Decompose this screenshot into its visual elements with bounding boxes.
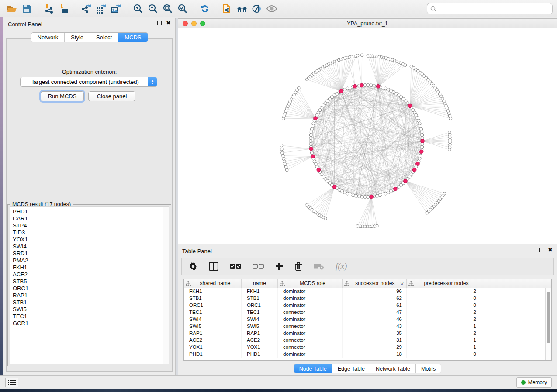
- deselect-all-checkboxes-icon[interactable]: [253, 263, 264, 269]
- table-row[interactable]: SWI5SWI5connector431: [184, 323, 551, 330]
- zoom-fit-icon[interactable]: [160, 2, 175, 16]
- dropdown-stepper-icon: ▲▼: [148, 77, 157, 86]
- table-scrollbar-thumb[interactable]: [547, 292, 550, 343]
- column-header-successor-nodes[interactable]: successor nodes⋁: [343, 279, 407, 288]
- hide-graphics-details-icon[interactable]: [249, 2, 264, 16]
- refresh-icon[interactable]: [197, 2, 212, 16]
- run-mcds-button[interactable]: Run MCDS: [41, 91, 84, 101]
- criterion-dropdown[interactable]: largest connected component (undirected)…: [20, 77, 157, 87]
- select-all-checkboxes-icon[interactable]: [230, 263, 241, 269]
- mcds-result-item[interactable]: FKH1: [10, 264, 169, 271]
- search-input[interactable]: [439, 6, 544, 12]
- tab-motifs[interactable]: Motifs: [416, 364, 441, 373]
- column-header-shared-name[interactable]: shared name: [184, 279, 242, 288]
- table-cell-empty: [481, 337, 551, 344]
- export-image-icon[interactable]: [108, 2, 123, 16]
- table-row[interactable]: YOX1YOX1connector291: [184, 344, 551, 351]
- import-table-icon[interactable]: [56, 2, 71, 16]
- float-panel-icon[interactable]: [539, 248, 543, 252]
- zoom-in-icon[interactable]: [131, 2, 145, 16]
- desktop-wallpaper-edge: [0, 17, 3, 389]
- table-cell: SWI4: [184, 316, 242, 323]
- close-panel-button[interactable]: Close panel: [88, 91, 135, 101]
- tab-select[interactable]: Select: [90, 33, 118, 42]
- float-panel-icon[interactable]: [157, 21, 162, 25]
- table-scrollbar[interactable]: [545, 288, 551, 360]
- tab-network-table[interactable]: Network Table: [370, 364, 416, 373]
- optimization-criterion-label: Optimization criterion:: [7, 69, 172, 75]
- zoom-out-icon[interactable]: [145, 2, 160, 16]
- column-header-name[interactable]: name: [242, 279, 278, 288]
- table-cell: TEC1: [242, 309, 278, 316]
- node-table: shared namenameMCDS rolesuccessor nodes⋁…: [183, 279, 552, 361]
- table-row[interactable]: STB1STB1dominator620: [184, 295, 551, 302]
- add-row-icon[interactable]: [275, 262, 283, 270]
- criterion-value: largest connected component (undirected): [21, 79, 148, 85]
- table-row[interactable]: SWI4SWI4dominator462: [184, 316, 551, 323]
- mcds-result-item[interactable]: TEC1: [10, 313, 169, 320]
- mcds-result-item[interactable]: SWI5: [10, 306, 169, 313]
- table-row[interactable]: PHD1PHD1dominator180: [184, 351, 551, 358]
- table-row[interactable]: ACE2ACE2connector311: [184, 337, 551, 344]
- function-builder-icon: f(x): [336, 261, 347, 271]
- mcds-result-item[interactable]: SWI4: [10, 243, 169, 250]
- table-cell: 2: [407, 316, 481, 323]
- control-panel: Control Panel ✖ Optimization criterion: …: [3, 18, 176, 375]
- table-cell: 1: [407, 337, 481, 344]
- mcds-result-item[interactable]: TID3: [10, 229, 169, 236]
- column-pane-icon[interactable]: [209, 262, 218, 271]
- task-history-button[interactable]: [5, 378, 18, 387]
- network-canvas[interactable]: [178, 28, 557, 244]
- mcds-result-item[interactable]: GCR1: [10, 320, 169, 327]
- tab-style[interactable]: Style: [65, 33, 90, 42]
- zoom-selected-icon[interactable]: [175, 2, 190, 16]
- mcds-result-item[interactable]: STB1: [10, 299, 169, 306]
- network-window-titlebar: YPA_prune.txt_1: [178, 19, 557, 28]
- mcds-result-item[interactable]: ACE2: [10, 271, 169, 278]
- column-header-predecessor-nodes[interactable]: predecessor nodes: [407, 279, 481, 288]
- main-toolbar: [0, 0, 557, 17]
- control-panel-title: Control Panel: [3, 21, 42, 28]
- table-cell: 35: [343, 330, 407, 337]
- mcds-result-item[interactable]: RAP1: [10, 292, 169, 299]
- column-header-MCDS-role[interactable]: MCDS role: [278, 279, 343, 288]
- tab-node-table[interactable]: Node Table: [294, 364, 332, 373]
- share-document-icon[interactable]: [220, 2, 235, 16]
- toolbar-separator: [194, 3, 194, 14]
- table-row[interactable]: RAP1RAP1dominator352: [184, 330, 551, 337]
- table-cell: connector: [278, 309, 343, 316]
- table-cell: 1: [407, 323, 481, 330]
- session-home-icon[interactable]: [235, 2, 249, 16]
- export-network-icon[interactable]: [79, 2, 93, 16]
- table-row[interactable]: ORC1ORC1dominator610: [184, 302, 551, 309]
- open-file-icon[interactable]: [4, 2, 19, 16]
- close-panel-icon[interactable]: ✖: [166, 21, 171, 25]
- table-row[interactable]: TEC1TEC1connector472: [184, 309, 551, 316]
- table-cell: 0: [407, 302, 481, 309]
- save-session-icon[interactable]: [19, 2, 34, 16]
- tab-edge-table[interactable]: Edge Table: [332, 364, 370, 373]
- mcds-result-item[interactable]: YOX1: [10, 236, 169, 243]
- mcds-result-item[interactable]: SRD1: [10, 250, 169, 257]
- mcds-list-scrollbar[interactable]: [163, 207, 169, 364]
- import-network-icon[interactable]: [42, 2, 56, 16]
- mcds-result-item[interactable]: PHD1: [10, 208, 169, 215]
- delete-table-icon: [314, 263, 324, 270]
- mcds-result-item[interactable]: STB5: [10, 278, 169, 285]
- table-cell: dominator: [278, 288, 343, 295]
- eye-icon[interactable]: [264, 2, 279, 16]
- table-cell: PHD1: [184, 351, 242, 358]
- mcds-result-item[interactable]: CAR1: [10, 215, 169, 222]
- mcds-result-list[interactable]: PHD1CAR1STP4TID3YOX1SWI4SRD1PMA2FKH1ACE2…: [10, 206, 169, 364]
- mcds-result-item[interactable]: STP4: [10, 222, 169, 229]
- tab-network[interactable]: Network: [31, 33, 65, 42]
- tab-mcds[interactable]: MCDS: [118, 33, 147, 42]
- mcds-result-item[interactable]: PMA2: [10, 257, 169, 264]
- table-row[interactable]: FKH1FKH1dominator962: [184, 288, 551, 295]
- memory-button[interactable]: Memory: [516, 377, 552, 388]
- settings-gear-icon[interactable]: [189, 262, 197, 271]
- export-table-icon[interactable]: [93, 2, 108, 16]
- close-panel-icon[interactable]: ✖: [548, 248, 553, 252]
- delete-row-icon[interactable]: [294, 262, 302, 271]
- mcds-result-item[interactable]: ORC1: [10, 285, 169, 292]
